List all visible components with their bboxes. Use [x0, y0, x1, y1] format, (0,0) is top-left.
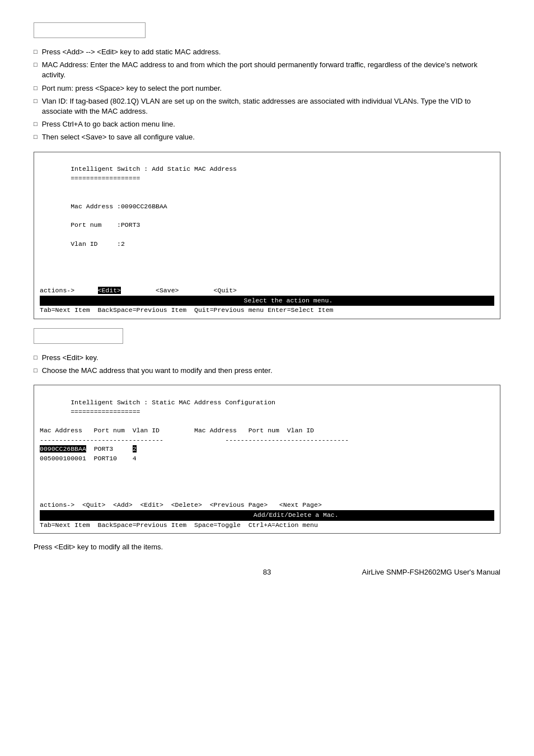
page-footer: 83 AirLive SNMP-FSH2602MG User's Manual: [34, 568, 500, 576]
bullet-item: Vlan ID: If tag-based (802.1Q) VLAN are …: [34, 96, 500, 116]
bullet-item-2b: Choose the MAC address that you want to …: [34, 366, 500, 376]
bullet-item: Then select <Save> to save all configure…: [34, 132, 500, 142]
terminal1-actions: actions-> <Edit> <Save> <Quit>: [40, 287, 237, 294]
terminal2-action-highlight: Add/Edit/Delete a Mac.: [40, 510, 494, 521]
bullet-list-1: Press <Add> --> <Edit> key to add static…: [34, 47, 500, 143]
terminal2-title: Intelligent Switch : Static MAC Address …: [71, 399, 275, 406]
bullet-item: Press <Add> --> <Edit> key to add static…: [34, 47, 500, 57]
terminal2-separator: ==================: [71, 408, 140, 416]
bullet-item: Press Ctrl+A to go back action menu line…: [34, 119, 500, 129]
top-box: [34, 22, 146, 38]
manual-title: AirLive SNMP-FSH2602MG User's Manual: [362, 568, 500, 576]
terminal2-actions: actions-> <Quit> <Add> <Edit> <Delete> <…: [40, 501, 322, 508]
bullet-item-2a: Press <Edit> key.: [34, 353, 500, 363]
terminal1-port: :PORT3: [117, 221, 140, 228]
footer-note: Press <Edit> key to modify all the items…: [34, 543, 500, 551]
mid-box: [34, 328, 123, 344]
terminal1-status: Tab=Next Item BackSpace=Previous Item Qu…: [40, 306, 334, 314]
terminal1-title: Intelligent Switch : Add Static MAC Addr…: [71, 165, 237, 172]
terminal-box-1: Intelligent Switch : Add Static MAC Addr…: [34, 152, 500, 319]
terminal1-vlan: :2: [117, 240, 125, 248]
bullet-item: MAC Address: Enter the MAC address to an…: [34, 60, 500, 80]
terminal-box-2: Intelligent Switch : Static MAC Address …: [34, 385, 500, 534]
terminal2-status: Tab=Next Item BackSpace=Previous Item Sp…: [40, 521, 318, 529]
bullet-item: Port num: press <Space> key to select th…: [34, 83, 500, 94]
terminal1-separator: ==================: [71, 175, 140, 182]
terminal1-action-highlight: Select the action menu.: [40, 296, 494, 306]
bullet-list-2: Press <Edit> key. Choose the MAC address…: [34, 353, 500, 376]
page-number: 83: [263, 568, 271, 576]
terminal1-mac: :0090CC26BBAA: [117, 203, 167, 210]
